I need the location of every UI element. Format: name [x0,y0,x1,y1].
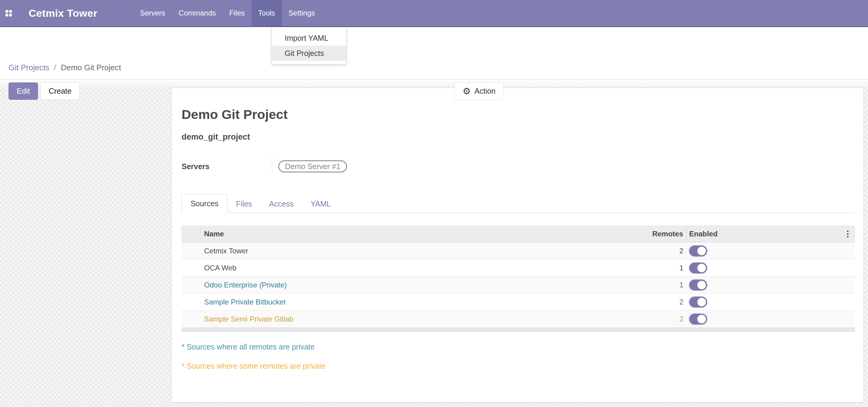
menu-files[interactable]: Files [223,0,251,26]
menu-servers[interactable]: Servers [133,0,172,26]
table-row[interactable]: Sample Semi Private Gitlab 2 [182,311,855,327]
breadcrumb: Git Projects / Demo Git Project [8,63,121,72]
table-row[interactable]: Odoo Enterprise (Private) 1 [182,277,855,293]
source-remotes: 2 [542,298,686,306]
tab-access[interactable]: Access [261,195,302,213]
tab-files[interactable]: Files [227,195,261,213]
create-button[interactable]: Create [40,83,80,100]
enabled-toggle[interactable] [689,262,707,274]
apps-menu-button[interactable] [0,0,17,26]
column-header-remotes[interactable]: Remotes [542,225,686,242]
sources-table: Name Remotes Enabled Cetmix Tower 2 OCA … [182,225,855,332]
source-name: Cetmix Tower [201,247,542,255]
table-row[interactable]: OCA Web 1 [182,259,855,277]
column-header-name[interactable]: Name [201,230,542,238]
edit-button[interactable]: Edit [8,83,38,100]
column-header-enabled[interactable]: Enabled [686,230,855,238]
navbar-menus: Servers Commands Files Tools Settings [133,0,321,26]
content-background: Demo Git Project demo_git_project Server… [0,80,868,407]
table-row[interactable]: Sample Private Bitbucket 2 [182,293,855,311]
apps-grid-icon [5,10,11,16]
optional-columns-icon[interactable] [843,230,852,238]
footnote-some-private: * Sources where some remotes are private [182,362,854,371]
enabled-toggle[interactable] [689,314,707,324]
menu-tools[interactable]: Tools [251,0,282,26]
enabled-toggle[interactable] [689,280,707,290]
source-name: Sample Private Bitbucket [201,298,542,306]
form-sheet: Demo Git Project demo_git_project Server… [171,88,864,402]
source-remotes: 1 [542,264,686,272]
server-tag: Demo Server #1 [278,160,347,173]
menu-settings[interactable]: Settings [282,0,322,26]
tools-dropdown: Import YAML Git Projects [272,27,346,64]
source-name: Odoo Enterprise (Private) [201,281,542,289]
tab-yaml[interactable]: YAML [302,195,339,213]
menu-commands[interactable]: Commands [172,0,223,26]
dropdown-item-import-yaml[interactable]: Import YAML [272,30,346,45]
breadcrumb-separator: / [52,63,59,72]
action-button-label: Action [474,87,495,95]
select-column-header [182,225,201,242]
enabled-toggle[interactable] [689,246,707,256]
table-row[interactable]: Cetmix Tower 2 [182,243,855,259]
record-code: demo_git_project [182,132,854,142]
tab-sources[interactable]: Sources [182,194,227,213]
breadcrumb-current: Demo Git Project [61,63,121,72]
servers-field-value: Demo Server #1 [272,158,347,174]
source-name: OCA Web [201,264,542,272]
brand-title[interactable]: Cetmix Tower [17,0,106,26]
control-panel: Git Projects / Demo Git Project Edit Cre… [0,27,868,80]
top-navbar: Cetmix Tower Servers Commands Files Tool… [0,0,868,27]
table-body: Cetmix Tower 2 OCA Web 1 Odoo Enterprise… [182,243,855,327]
control-panel-buttons: Edit Create [8,83,80,100]
gear-icon: ⚙ [463,87,471,96]
source-remotes: 2 [542,315,686,323]
breadcrumb-parent-link[interactable]: Git Projects [8,63,49,72]
servers-field-label: Servers [182,162,272,171]
notebook-tabs: Sources Files Access YAML [182,194,854,213]
servers-field-row: Servers Demo Server #1 [182,160,854,173]
dropdown-item-git-projects[interactable]: Git Projects [272,45,346,61]
table-header-row: Name Remotes Enabled [182,225,855,243]
source-remotes: 2 [542,247,686,255]
footnote-all-private: * Sources where all remotes are private [182,342,854,351]
record-title: Demo Git Project [182,107,854,122]
action-button[interactable]: ⚙ Action [454,83,504,100]
source-name: Sample Semi Private Gitlab [201,315,542,323]
source-remotes: 1 [542,281,686,289]
enabled-toggle[interactable] [689,296,707,308]
horizontal-scrollbar-track [182,327,855,332]
